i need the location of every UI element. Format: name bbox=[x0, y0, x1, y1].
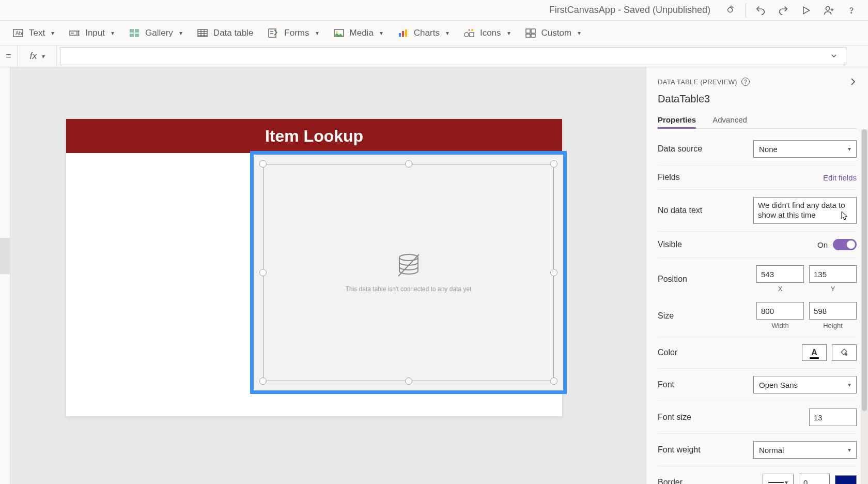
left-rail bbox=[0, 67, 10, 484]
svg-rect-30 bbox=[526, 34, 530, 37]
insert-ribbon: Abc Text ▾ Input ▾ Gallery ▾ Data table … bbox=[0, 21, 868, 46]
panel-scrollbar[interactable] bbox=[861, 129, 868, 484]
help-icon[interactable] bbox=[840, 0, 863, 21]
ribbon-charts-label: Charts bbox=[414, 28, 440, 38]
svg-point-1 bbox=[826, 6, 830, 10]
tab-properties[interactable]: Properties bbox=[658, 112, 696, 129]
play-icon[interactable] bbox=[795, 0, 817, 21]
share-icon[interactable] bbox=[817, 0, 840, 21]
formula-expand-icon[interactable] bbox=[828, 50, 840, 62]
svg-rect-26 bbox=[470, 33, 474, 37]
resize-handle-tl[interactable] bbox=[259, 160, 267, 168]
ribbon-forms[interactable]: Forms ▾ bbox=[268, 27, 318, 39]
titlebar-divider bbox=[746, 3, 746, 18]
font-weight-dropdown[interactable]: Normal ▾ bbox=[753, 441, 857, 459]
properties-panel: DATA TABLE (PREVIEW) ? DataTable3 Proper… bbox=[646, 67, 868, 484]
size-height-input[interactable] bbox=[809, 302, 857, 320]
selected-data-table[interactable]: This data table isn't connected to any d… bbox=[250, 151, 567, 394]
font-size-input[interactable] bbox=[809, 409, 857, 426]
visible-toggle[interactable] bbox=[833, 239, 857, 250]
data-source-value: None bbox=[759, 145, 778, 154]
ribbon-media[interactable]: Media ▾ bbox=[333, 27, 383, 39]
ribbon-data-table[interactable]: Data table bbox=[197, 27, 254, 39]
border-style-dropdown[interactable]: ▾ bbox=[763, 474, 794, 484]
ribbon-charts[interactable]: Charts ▾ bbox=[397, 27, 449, 39]
border-color-swatch[interactable] bbox=[835, 475, 857, 484]
chevron-down-icon: ▾ bbox=[380, 29, 383, 37]
label-font-weight: Font weight bbox=[658, 445, 725, 455]
resize-handle-bc[interactable] bbox=[405, 377, 412, 385]
sublabel-x: X bbox=[778, 285, 783, 293]
label-font: Font bbox=[658, 380, 725, 389]
svg-marker-0 bbox=[803, 7, 810, 13]
font-weight-value: Normal bbox=[759, 446, 784, 455]
svg-rect-31 bbox=[531, 34, 535, 37]
data-source-dropdown[interactable]: None ▾ bbox=[753, 140, 857, 158]
svg-text:Abc: Abc bbox=[16, 31, 23, 36]
scrollbar-thumb[interactable] bbox=[862, 129, 867, 411]
chevron-down-icon: ▾ bbox=[41, 53, 44, 60]
health-icon[interactable] bbox=[720, 0, 742, 21]
screen[interactable]: Item Lookup This data table isn't connec… bbox=[66, 119, 562, 416]
empty-state-text: This data table isn't connected to any d… bbox=[346, 285, 472, 293]
no-data-text-input[interactable]: We didn't find any data to show at this … bbox=[753, 197, 857, 224]
input-icon bbox=[69, 27, 80, 39]
screen-header-label: Item Lookup bbox=[66, 119, 562, 153]
redo-icon[interactable] bbox=[772, 0, 795, 21]
ribbon-text[interactable]: Abc Text ▾ bbox=[12, 27, 54, 39]
label-position: Position bbox=[658, 275, 725, 284]
formula-fx-dropdown[interactable]: fx ▾ bbox=[18, 46, 57, 67]
border-width-input[interactable] bbox=[799, 474, 830, 484]
resize-handle-tc[interactable] bbox=[405, 160, 412, 168]
font-value: Open Sans bbox=[759, 381, 798, 389]
chevron-down-icon: ▾ bbox=[51, 29, 54, 37]
svg-rect-7 bbox=[130, 29, 134, 33]
icons-icon bbox=[463, 27, 475, 39]
ribbon-input[interactable]: Input ▾ bbox=[69, 27, 114, 39]
data-table-icon bbox=[197, 27, 208, 39]
ribbon-custom[interactable]: Custom ▾ bbox=[525, 27, 581, 39]
control-name: DataTable3 bbox=[658, 93, 857, 105]
info-icon[interactable]: ? bbox=[741, 78, 750, 86]
position-x-input[interactable] bbox=[756, 265, 804, 283]
svg-point-25 bbox=[464, 33, 469, 37]
ribbon-gallery-label: Gallery bbox=[145, 28, 173, 38]
font-color-button[interactable]: A bbox=[802, 344, 827, 361]
title-bar: FirstCanvasApp - Saved (Unpublished) bbox=[0, 0, 868, 21]
formula-eq: = bbox=[0, 46, 18, 67]
chevron-down-icon: ▾ bbox=[507, 29, 510, 37]
chevron-down-icon: ▾ bbox=[316, 29, 319, 37]
chevron-down-icon: ▾ bbox=[848, 381, 851, 388]
resize-handle-br[interactable] bbox=[550, 377, 557, 385]
svg-rect-9 bbox=[130, 34, 134, 37]
gallery-icon bbox=[129, 27, 140, 39]
data-table-empty-state: This data table isn't connected to any d… bbox=[263, 164, 554, 381]
position-y-input[interactable] bbox=[809, 265, 857, 283]
sublabel-height: Height bbox=[823, 322, 843, 329]
panel-collapse-icon[interactable] bbox=[849, 77, 857, 87]
font-dropdown[interactable]: Open Sans ▾ bbox=[753, 376, 857, 394]
resize-handle-ml[interactable] bbox=[259, 269, 267, 276]
formula-input[interactable] bbox=[60, 47, 846, 65]
left-rail-tab[interactable] bbox=[0, 238, 10, 274]
fill-color-button[interactable] bbox=[832, 344, 857, 361]
label-border: Border bbox=[658, 478, 725, 484]
chevron-down-icon: ▾ bbox=[111, 29, 114, 37]
edit-fields-link[interactable]: Edit fields bbox=[823, 173, 857, 182]
sublabel-y: Y bbox=[831, 285, 835, 293]
undo-icon[interactable] bbox=[749, 0, 772, 21]
resize-handle-bl[interactable] bbox=[259, 377, 267, 385]
size-width-input[interactable] bbox=[756, 302, 804, 320]
ribbon-input-label: Input bbox=[85, 28, 105, 38]
ribbon-icons[interactable]: Icons ▾ bbox=[463, 27, 510, 39]
svg-rect-8 bbox=[135, 29, 139, 33]
text-icon: Abc bbox=[12, 27, 24, 39]
resize-handle-mr[interactable] bbox=[550, 269, 557, 276]
media-icon bbox=[333, 27, 345, 39]
tab-advanced[interactable]: Advanced bbox=[712, 112, 747, 128]
svg-rect-23 bbox=[402, 31, 404, 37]
formula-bar: = fx ▾ bbox=[0, 46, 868, 67]
resize-handle-tr[interactable] bbox=[550, 160, 557, 168]
control-type-text: DATA TABLE (PREVIEW) bbox=[658, 78, 737, 86]
ribbon-gallery[interactable]: Gallery ▾ bbox=[129, 27, 182, 39]
